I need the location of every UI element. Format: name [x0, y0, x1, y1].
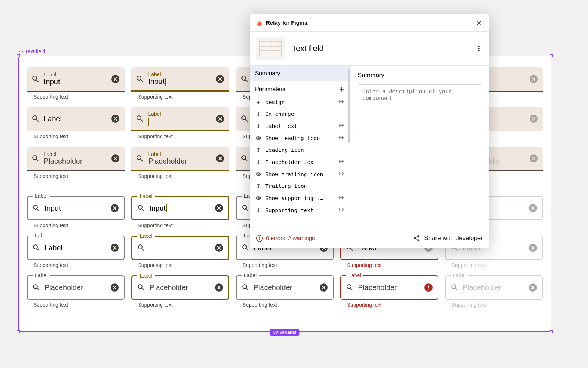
field-placeholder: Placeholder	[44, 157, 107, 165]
field-label: Label	[44, 72, 107, 77]
cancel-icon[interactable]	[529, 114, 538, 124]
resize-handle[interactable]	[17, 330, 20, 333]
search-icon	[137, 204, 146, 212]
parameter-row[interactable]: TPlaceholder text	[250, 156, 351, 168]
cancel-icon[interactable]	[529, 154, 538, 163]
eye-icon	[255, 195, 262, 201]
variant[interactable]: LabelPlaceholderSupporting text	[27, 147, 125, 179]
parameter-name: On change	[265, 111, 335, 117]
variant[interactable]: LabelPlaceholderSupporting text	[131, 275, 229, 308]
supporting-text: Supporting text	[452, 302, 543, 308]
close-icon[interactable]	[476, 19, 483, 26]
more-icon[interactable]	[475, 44, 483, 53]
summary-heading: Summary	[358, 72, 482, 79]
cancel-icon[interactable]	[215, 114, 225, 124]
cancel-icon[interactable]	[111, 154, 120, 163]
relay-logo-icon	[256, 19, 263, 26]
cancel-icon[interactable]	[110, 243, 119, 253]
cancel-icon[interactable]	[214, 243, 224, 253]
variant[interactable]: LabelInput Supporting text	[131, 67, 229, 100]
variant[interactable]: LabelPlaceholderSupporting text	[445, 275, 543, 308]
parameter-row[interactable]: TLeading icon	[250, 144, 351, 156]
cancel-icon[interactable]	[214, 203, 224, 213]
variant[interactable]: LabelSupporting text	[27, 107, 125, 139]
cancel-icon[interactable]	[319, 283, 329, 292]
cancel-icon[interactable]	[214, 283, 224, 292]
parameter-row[interactable]: TTrailing icon	[250, 180, 351, 192]
search-icon	[240, 154, 249, 163]
search-icon	[32, 283, 41, 292]
variant[interactable]: LabelLabelSupporting text	[27, 236, 125, 268]
parameter-name: Supporting text	[265, 207, 335, 213]
parameter-name: Show leading icon	[265, 135, 335, 141]
variant[interactable]: LabelInputSupporting text	[131, 196, 229, 228]
field-label: Label	[33, 193, 50, 199]
resize-handle[interactable]	[550, 330, 553, 333]
parameter-row[interactable]: Show leading icon	[250, 132, 351, 144]
supporting-text: Supporting text	[33, 262, 125, 268]
supporting-text: Supporting text	[243, 262, 334, 268]
parameter-row[interactable]: TOn change	[250, 108, 351, 120]
arrow-icon	[339, 194, 345, 201]
variant[interactable]: LabelInput Supporting text	[27, 67, 125, 100]
parameter-row[interactable]: ◆design	[250, 96, 351, 108]
panel-right: Summary	[351, 66, 489, 228]
cancel-icon[interactable]	[215, 154, 225, 163]
variant[interactable]: LabelPlaceholderSupporting text	[236, 275, 334, 308]
field-value: Input	[149, 204, 210, 213]
variants-badge[interactable]: 30 Variants	[270, 329, 299, 336]
cancel-icon[interactable]	[111, 114, 120, 124]
variant[interactable]: LabelPlaceholderSupporting text	[27, 275, 125, 308]
parameter-name: Label text	[265, 123, 335, 129]
panel-left: Summary Parameters ◆designTOn changeTLab…	[250, 66, 351, 228]
component-icon	[18, 49, 24, 54]
share-button[interactable]: Share with developer	[413, 235, 483, 242]
cancel-icon[interactable]	[110, 283, 119, 292]
search-icon	[240, 75, 249, 83]
text-type-icon: T	[255, 183, 262, 189]
cancel-icon[interactable]	[528, 283, 538, 292]
parameter-row[interactable]: TSupporting text	[250, 204, 351, 216]
parameters-heading: Parameters	[255, 86, 338, 93]
parameter-row[interactable]: TLabel text	[250, 120, 351, 132]
cancel-icon[interactable]	[528, 243, 538, 253]
description-input[interactable]	[358, 84, 482, 132]
field-label: Label	[44, 151, 107, 157]
search-icon	[136, 114, 144, 123]
component-thumbnail	[256, 37, 285, 60]
supporting-text: Supporting text	[33, 173, 125, 179]
section-summary[interactable]: Summary	[250, 66, 351, 81]
cancel-icon[interactable]	[111, 74, 120, 84]
arrow-icon	[339, 135, 345, 142]
parameter-row[interactable]: Show supporting t…	[250, 192, 351, 204]
search-icon	[241, 283, 250, 292]
parameter-row[interactable]: Show trailing icon	[250, 168, 351, 180]
variant[interactable]: LabelInputSupporting text	[27, 196, 125, 228]
variant[interactable]: LabelSupporting text	[131, 236, 229, 268]
field-value	[149, 243, 210, 253]
variant[interactable]: LabelPlaceholderSupporting text	[340, 275, 438, 308]
cancel-icon[interactable]	[528, 203, 538, 213]
parameter-name: design	[265, 99, 335, 105]
scrollbar[interactable]	[348, 69, 350, 143]
section-parameters: Parameters	[250, 81, 351, 96]
cancel-icon[interactable]	[110, 203, 119, 213]
cancel-icon[interactable]	[529, 74, 538, 84]
plus-icon[interactable]	[338, 86, 345, 93]
parameter-name: Placeholder text	[265, 159, 335, 165]
resize-handle[interactable]	[17, 54, 20, 57]
field-label: Label	[242, 272, 259, 278]
variant[interactable]: LabelPlaceholderSupporting text	[131, 147, 229, 179]
resize-handle[interactable]	[550, 54, 553, 57]
parameter-name: Show supporting t…	[265, 195, 335, 201]
warnings-badge[interactable]: 0 errors, 2 warnings	[256, 235, 315, 242]
variant[interactable]: LabelSupporting text	[131, 107, 229, 139]
cancel-icon[interactable]	[215, 74, 225, 84]
arrow-icon	[339, 158, 345, 165]
field-label: Label	[148, 151, 211, 157]
supporting-text: Supporting text	[33, 94, 125, 100]
parameter-name: Show trailing icon	[265, 171, 335, 177]
field-label: Label	[148, 111, 211, 117]
eye-icon	[255, 171, 262, 178]
frame-label[interactable]: Text field	[18, 49, 45, 54]
